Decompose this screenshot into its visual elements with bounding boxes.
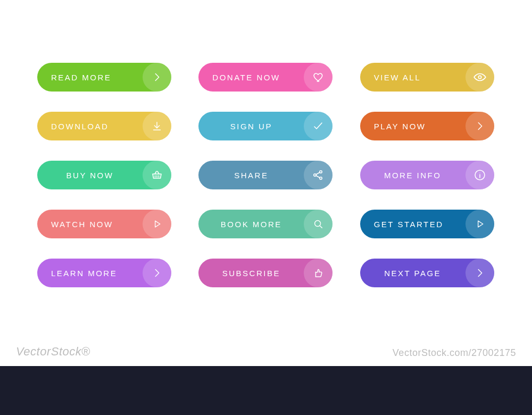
- play-icon: [466, 210, 494, 238]
- download-button[interactable]: DOWNLOAD: [37, 112, 171, 140]
- heart-icon: [304, 63, 332, 92]
- button-label: SHARE: [234, 171, 268, 180]
- share-icon: [304, 161, 332, 189]
- next-page-button[interactable]: NEXT PAGE: [360, 259, 494, 287]
- button-label: SUBSCRIBE: [222, 269, 280, 278]
- button-label: GET STARTED: [374, 220, 444, 229]
- check-icon: [304, 112, 332, 140]
- book-more-button[interactable]: BOOK MORE: [198, 210, 332, 238]
- learn-more-button[interactable]: LEARN MORE: [37, 259, 171, 287]
- image-attribution: VectorStock.com/27002175: [393, 347, 516, 359]
- eye-icon: [466, 63, 494, 92]
- share-button[interactable]: SHARE: [198, 161, 332, 189]
- svg-point-0: [478, 76, 481, 78]
- button-label: LEARN MORE: [51, 269, 117, 278]
- button-label: DOWNLOAD: [51, 122, 109, 131]
- button-label: READ MORE: [51, 73, 111, 82]
- svg-point-6: [315, 221, 321, 227]
- subscribe-button[interactable]: SUBSCRIBE: [198, 259, 332, 287]
- button-label: SIGN UP: [230, 122, 272, 131]
- basket-icon: [143, 161, 171, 189]
- button-label: WATCH NOW: [51, 220, 113, 229]
- more-info-button[interactable]: MORE INFO: [360, 161, 494, 189]
- info-icon: [466, 161, 494, 189]
- chevron-right-icon: [143, 63, 171, 92]
- button-label: BUY NOW: [66, 171, 114, 180]
- download-icon: [143, 112, 171, 140]
- button-label: PLAY NOW: [374, 122, 426, 131]
- footer-bar: [0, 366, 532, 415]
- watch-now-button[interactable]: WATCH NOW: [37, 210, 171, 238]
- chevron-right-icon: [143, 259, 171, 287]
- button-label: DONATE NOW: [212, 73, 280, 82]
- view-all-button[interactable]: VIEW ALL: [360, 63, 494, 92]
- play-icon: [143, 210, 171, 238]
- sign-up-button[interactable]: SIGN UP: [198, 112, 332, 140]
- play-now-button[interactable]: PLAY NOW: [360, 112, 494, 140]
- button-label: MORE INFO: [384, 171, 442, 180]
- chevron-right-icon: [466, 112, 494, 140]
- thumbs-up-icon: [304, 259, 332, 287]
- button-label: NEXT PAGE: [384, 269, 441, 278]
- button-label: VIEW ALL: [374, 73, 421, 82]
- read-more-button[interactable]: READ MORE: [37, 63, 171, 92]
- button-label: BOOK MORE: [221, 220, 282, 229]
- get-started-button[interactable]: GET STARTED: [360, 210, 494, 238]
- vectorstock-watermark: VectorStock®: [16, 345, 90, 359]
- svg-point-5: [479, 172, 480, 173]
- chevron-right-icon: [466, 259, 494, 287]
- donate-now-button[interactable]: DONATE NOW: [198, 63, 332, 92]
- buy-now-button[interactable]: BUY NOW: [37, 161, 171, 189]
- search-icon: [304, 210, 332, 238]
